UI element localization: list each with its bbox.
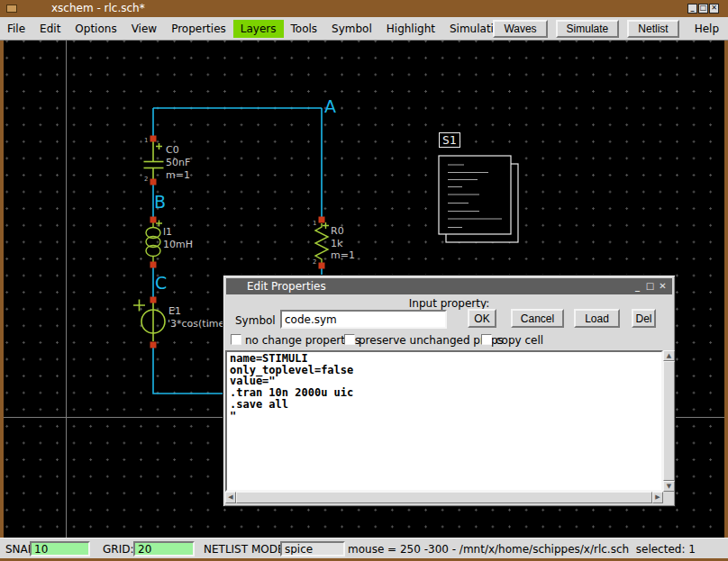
scroll-up-icon[interactable]: ▲ — [663, 350, 675, 361]
capacitor-plus-icon — [156, 143, 162, 149]
scroll-right-icon[interactable]: ▶ — [652, 492, 663, 503]
source-name-label[interactable]: E1 — [168, 306, 181, 316]
simulate-button[interactable]: Simulate — [556, 20, 620, 38]
no-change-properties-label: no change properties — [245, 334, 360, 347]
menu-view[interactable]: View — [124, 20, 164, 38]
resistor-pin2-number: 2 — [313, 259, 316, 266]
menu-properties[interactable]: Properties — [164, 20, 233, 38]
dialog-close-icon[interactable]: ✕ — [657, 280, 669, 292]
horizontal-scrollbar[interactable]: ◀ ▶ — [225, 492, 663, 503]
node-label-b[interactable]: B — [154, 194, 166, 211]
inductor-pin2[interactable] — [150, 262, 157, 268]
schematic-canvas[interactable]: A B C C0 50nF m=1 1 2 l1 10mH E1 '3*cos(… — [4, 41, 724, 538]
source-symbol[interactable] — [133, 297, 165, 348]
inductor-value-label[interactable]: 10mH — [163, 240, 193, 249]
resistor-value-label[interactable]: 1k — [331, 239, 342, 249]
menu-tools[interactable]: Tools — [284, 20, 325, 38]
no-change-properties-checkbox[interactable] — [231, 334, 241, 345]
capacitor-pin2-number: 2 — [144, 176, 148, 183]
scroll-left-icon[interactable]: ◀ — [225, 492, 236, 503]
window-menu-icon[interactable] — [6, 5, 17, 13]
del-button[interactable]: Del — [632, 309, 656, 328]
dialog-maximize-icon[interactable]: □ — [644, 280, 656, 292]
load-button[interactable]: Load — [574, 309, 620, 328]
ok-button[interactable]: OK — [468, 309, 496, 328]
copy-cell-checkbox[interactable] — [481, 334, 492, 345]
capacitor-pin1-number: 1 — [144, 138, 148, 144]
capacitor-pin1[interactable] — [150, 136, 157, 142]
properties-textarea[interactable]: name=STIMULI only_toplevel=false value="… — [225, 350, 663, 492]
capacitor-name-label[interactable]: C0 — [166, 145, 179, 155]
inductor-name-label[interactable]: l1 — [163, 227, 172, 237]
menu-options[interactable]: Options — [68, 20, 123, 38]
grid-input[interactable] — [133, 541, 195, 556]
resistor-symbol[interactable] — [315, 217, 329, 269]
dialog-prompt: Input property: — [223, 297, 675, 310]
resistor-pin1-number: 1 — [313, 221, 316, 227]
menu-edit[interactable]: Edit — [32, 20, 68, 38]
node-label-c[interactable]: C — [155, 275, 167, 292]
xschem-window: { "window": { "title": "xschem - rlc.sch… — [0, 0, 728, 561]
wire-bottom[interactable] — [153, 348, 223, 394]
window-maximize-icon[interactable]: □ — [698, 4, 708, 14]
edit-properties-dialog: Edit Properties _ □ ✕ Input property: Sy… — [223, 275, 676, 507]
inductor-pin1[interactable] — [150, 217, 157, 223]
source-pin1[interactable] — [150, 297, 157, 303]
vertical-scrollbar[interactable]: ▲ ▼ — [663, 350, 675, 492]
netlist-mode-input[interactable] — [280, 541, 345, 556]
resistor-plus-icon — [323, 222, 329, 229]
statusbar: SNAP: GRID: NETLIST MODE: mouse = 250 -3… — [0, 538, 728, 558]
snap-input[interactable] — [30, 541, 90, 556]
code-symbol[interactable] — [439, 156, 518, 242]
symbol-field-label: Symbol — [235, 314, 276, 327]
cancel-button[interactable]: Cancel — [511, 309, 564, 328]
scroll-down-icon[interactable]: ▼ — [663, 481, 675, 492]
dialog-title: Edit Properties — [247, 280, 326, 293]
dialog-minimize-icon[interactable]: _ — [632, 280, 643, 292]
resistor-mult-label[interactable]: m=1 — [331, 250, 355, 260]
menu-highlight[interactable]: Highlight — [379, 20, 442, 38]
horizontal-scrollbar-thumb[interactable] — [236, 492, 652, 503]
window-minimize-icon[interactable]: _ — [687, 4, 697, 14]
menu-help[interactable]: Help — [687, 20, 726, 38]
waves-button[interactable]: Waves — [493, 20, 547, 38]
inductor-plus-icon — [156, 221, 162, 227]
netlist-button[interactable]: Netlist — [627, 20, 678, 38]
dialog-titlebar[interactable]: Edit Properties _ □ ✕ — [226, 278, 672, 294]
copy-cell-label: copy cell — [496, 334, 543, 347]
source-pin2[interactable] — [150, 342, 157, 348]
symbol-input[interactable] — [280, 310, 447, 329]
netlist-mode-label: NETLIST MODE: — [204, 543, 288, 556]
resistor-name-label[interactable]: R0 — [331, 226, 344, 236]
preserve-unchanged-props-checkbox[interactable] — [344, 334, 355, 345]
code-symbol-name-label[interactable]: S1 — [439, 132, 460, 148]
resistor-pin1[interactable] — [319, 217, 325, 223]
capacitor-value-label[interactable]: 50nF — [166, 158, 190, 167]
dialog-checkbox-row: no change properties preserve unchanged … — [223, 333, 675, 346]
status-text: mouse = 250 -300 - /mnt/x/home/schippes/… — [348, 543, 696, 556]
window-close-icon[interactable]: ✕ — [709, 4, 719, 14]
menubar: File Edit Options View Properties Layers… — [0, 17, 728, 41]
window-title: xschem - rlc.sch* — [51, 2, 145, 14]
window-titlebar[interactable]: xschem - rlc.sch* _ □ ✕ — [0, 0, 728, 17]
capacitor-mult-label[interactable]: m=1 — [166, 170, 190, 180]
menu-symbol[interactable]: Symbol — [324, 20, 379, 38]
menu-file[interactable]: File — [0, 20, 32, 38]
menu-layers[interactable]: Layers — [233, 20, 284, 38]
menubar-right-buttons: Waves Simulate Netlist Help — [493, 17, 726, 41]
node-label-a[interactable]: A — [324, 98, 336, 115]
inductor-symbol[interactable] — [146, 217, 162, 268]
capacitor-pin2[interactable] — [150, 179, 157, 185]
vertical-scrollbar-thumb[interactable] — [663, 361, 675, 481]
grid-label: GRID: — [103, 543, 133, 556]
source-plus-icon — [133, 300, 145, 312]
resistor-pin2[interactable] — [319, 263, 325, 269]
